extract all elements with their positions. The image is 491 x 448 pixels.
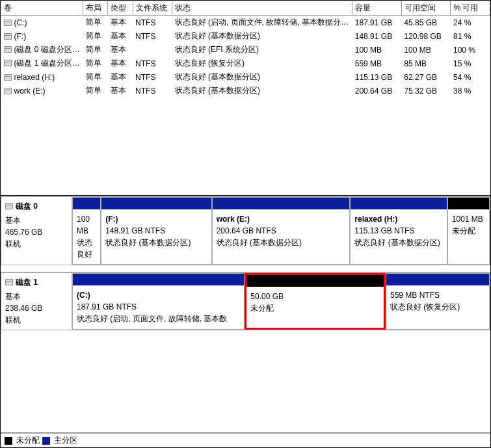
disk-row: 磁盘 1基本238.46 GB联机(C:)187.91 GB NTFS状态良好 … bbox=[1, 272, 490, 330]
disk-capacity: 238.46 GB bbox=[5, 302, 68, 314]
vol-free: 100 MB bbox=[401, 43, 451, 57]
vol-free: 75.32 GB bbox=[401, 84, 451, 98]
vol-pctfree: 24 % bbox=[451, 16, 490, 30]
vol-status: 状态良好 (基本数据分区) bbox=[172, 70, 352, 84]
disk-icon bbox=[5, 203, 13, 209]
partition[interactable]: 559 MB NTFS状态良好 (恢复分区) bbox=[386, 273, 490, 330]
col-type[interactable]: 类型 bbox=[108, 1, 133, 16]
disk-label[interactable]: 磁盘 1基本238.46 GB联机 bbox=[1, 272, 72, 330]
partition[interactable]: (F:)148.91 GB NTFS状态良好 (基本数据分区) bbox=[101, 197, 212, 265]
partition-size: 115.13 GB NTFS bbox=[354, 225, 442, 237]
partition[interactable]: 100 MB状态良好 bbox=[72, 197, 101, 265]
vol-layout: 简单 bbox=[83, 29, 108, 43]
vol-name: (磁盘 0 磁盘分区 1) bbox=[14, 45, 81, 54]
table-header-row: 卷 布局 类型 文件系统 状态 容量 可用空间 % 可用 bbox=[1, 1, 490, 16]
partition-name: (F:) bbox=[105, 213, 207, 225]
partition-unallocated[interactable]: 1001 MB未分配 bbox=[447, 197, 490, 265]
col-fs[interactable]: 文件系统 bbox=[133, 1, 172, 16]
vol-type: 基本 bbox=[108, 57, 133, 70]
vol-free: 120.98 GB bbox=[401, 29, 451, 43]
partition-name: (C:) bbox=[77, 289, 240, 301]
partition-size: 187.91 GB NTFS bbox=[77, 301, 240, 313]
vol-status: 状态良好 (基本数据分区) bbox=[172, 29, 352, 43]
vol-layout: 简单 bbox=[83, 70, 108, 84]
partition[interactable]: work (E:)200.64 GB NTFS状态良好 (基本数据分区) bbox=[212, 197, 351, 265]
table-row[interactable]: (F:)简单基本NTFS状态良好 (基本数据分区)148.91 GB120.98… bbox=[1, 29, 490, 43]
disk-partition-strip: (C:)187.91 GB NTFS状态良好 (启动, 页面文件, 故障转储, … bbox=[72, 272, 490, 330]
disk-name: 磁盘 0 bbox=[16, 202, 38, 211]
vol-free: 45.85 GB bbox=[401, 16, 451, 30]
volume-list-pane: 卷 布局 类型 文件系统 状态 容量 可用空间 % 可用 (C:)简单基本NTF… bbox=[1, 1, 490, 196]
legend-label-unallocated: 未分配 bbox=[16, 435, 40, 446]
disk-partition-strip: 100 MB状态良好(F:)148.91 GB NTFS状态良好 (基本数据分区… bbox=[72, 196, 490, 265]
disk-label[interactable]: 磁盘 0基本465.76 GB联机 bbox=[1, 196, 72, 265]
disk-state: 联机 bbox=[5, 238, 68, 250]
table-row[interactable]: (磁盘 0 磁盘分区 1)简单基本状态良好 (EFI 系统分区)100 MB10… bbox=[1, 43, 490, 57]
vol-name: (F:) bbox=[14, 32, 27, 41]
vol-status: 状态良好 (基本数据分区) bbox=[172, 84, 352, 98]
vol-type: 基本 bbox=[108, 84, 133, 98]
table-row[interactable]: (C:)简单基本NTFS状态良好 (启动, 页面文件, 故障转储, 基本数据分区… bbox=[1, 16, 490, 30]
table-row[interactable]: relaxed (H:)简单基本NTFS状态良好 (基本数据分区)115.13 … bbox=[1, 70, 490, 84]
partition[interactable]: relaxed (H:)115.13 GB NTFS状态良好 (基本数据分区) bbox=[350, 197, 447, 265]
disk-row: 磁盘 0基本465.76 GB联机100 MB状态良好(F:)148.91 GB… bbox=[1, 196, 490, 265]
volume-table[interactable]: 卷 布局 类型 文件系统 状态 容量 可用空间 % 可用 (C:)简单基本NTF… bbox=[1, 1, 490, 98]
partition-status: 状态良好 (基本数据分区) bbox=[217, 237, 346, 248]
vol-pctfree: 81 % bbox=[451, 29, 490, 43]
vol-fs: NTFS bbox=[133, 70, 172, 84]
table-row[interactable]: (磁盘 1 磁盘分区 3)简单基本NTFS状态良好 (恢复分区)559 MB85… bbox=[1, 57, 490, 70]
partition-capbar bbox=[246, 275, 384, 287]
partition-capbar bbox=[448, 198, 489, 209]
table-row[interactable]: work (E:)简单基本NTFS状态良好 (基本数据分区)200.64 GB7… bbox=[1, 84, 490, 98]
legend-label-primary: 主分区 bbox=[54, 435, 77, 446]
legend-swatch-primary bbox=[42, 437, 50, 445]
legend-swatch-unallocated bbox=[5, 437, 12, 445]
partition-capbar bbox=[73, 198, 100, 209]
vol-type: 基本 bbox=[108, 29, 133, 43]
vol-free: 62.27 GB bbox=[401, 70, 451, 84]
vol-type: 基本 bbox=[108, 43, 133, 57]
vol-free: 85 MB bbox=[401, 57, 451, 70]
drive-icon bbox=[4, 60, 12, 66]
partition-size: 559 MB NTFS bbox=[390, 289, 485, 301]
partition-size: 1001 MB bbox=[452, 213, 485, 225]
vol-type: 基本 bbox=[108, 16, 133, 30]
vol-capacity: 559 MB bbox=[352, 57, 402, 70]
vol-pctfree: 38 % bbox=[451, 84, 490, 98]
col-pctfree[interactable]: % 可用 bbox=[451, 1, 490, 16]
disk-capacity: 465.76 GB bbox=[5, 226, 68, 238]
partition[interactable]: (C:)187.91 GB NTFS状态良好 (启动, 页面文件, 故障转储, … bbox=[72, 273, 245, 330]
vol-pctfree: 15 % bbox=[451, 57, 490, 70]
disk-management-window: 卷 布局 类型 文件系统 状态 容量 可用空间 % 可用 (C:)简单基本NTF… bbox=[0, 0, 491, 448]
vol-name: (磁盘 1 磁盘分区 3) bbox=[14, 59, 81, 68]
vol-status: 状态良好 (启动, 页面文件, 故障转储, 基本数据分区) bbox=[172, 16, 352, 30]
drive-icon bbox=[4, 46, 12, 53]
vol-fs: NTFS bbox=[133, 29, 172, 43]
vol-capacity: 187.91 GB bbox=[352, 16, 402, 30]
vol-status: 状态良好 (EFI 系统分区) bbox=[172, 43, 352, 57]
col-free[interactable]: 可用空间 bbox=[401, 1, 451, 16]
col-volume[interactable]: 卷 bbox=[1, 1, 83, 16]
vol-pctfree: 100 % bbox=[451, 43, 490, 57]
partition-capbar bbox=[101, 198, 211, 209]
col-layout[interactable]: 布局 bbox=[83, 1, 108, 16]
partition-status: 状态良好 (启动, 页面文件, 故障转储, 基本数 bbox=[77, 313, 240, 324]
drive-icon bbox=[4, 88, 12, 94]
partition-name: work (E:) bbox=[217, 213, 346, 225]
partition-unallocated[interactable]: 50.00 GB未分配 bbox=[245, 273, 386, 330]
legend: 未分配 主分区 bbox=[1, 433, 490, 447]
col-capacity[interactable]: 容量 bbox=[352, 1, 402, 16]
disk-type: 基本 bbox=[5, 215, 68, 226]
vol-status: 状态良好 (恢复分区) bbox=[172, 57, 352, 70]
drive-icon bbox=[4, 20, 12, 26]
partition-status: 状态良好 (基本数据分区) bbox=[354, 237, 442, 248]
disk-name: 磁盘 1 bbox=[16, 278, 38, 287]
vol-fs: NTFS bbox=[133, 57, 172, 70]
disk-icon bbox=[5, 279, 13, 285]
partition-size: 148.91 GB NTFS bbox=[105, 225, 207, 237]
partition-size: 200.64 GB NTFS bbox=[217, 225, 346, 237]
partition-size: 100 MB bbox=[77, 213, 96, 237]
col-status[interactable]: 状态 bbox=[172, 1, 352, 16]
vol-capacity: 148.91 GB bbox=[352, 29, 402, 43]
vol-fs: NTFS bbox=[133, 16, 172, 30]
